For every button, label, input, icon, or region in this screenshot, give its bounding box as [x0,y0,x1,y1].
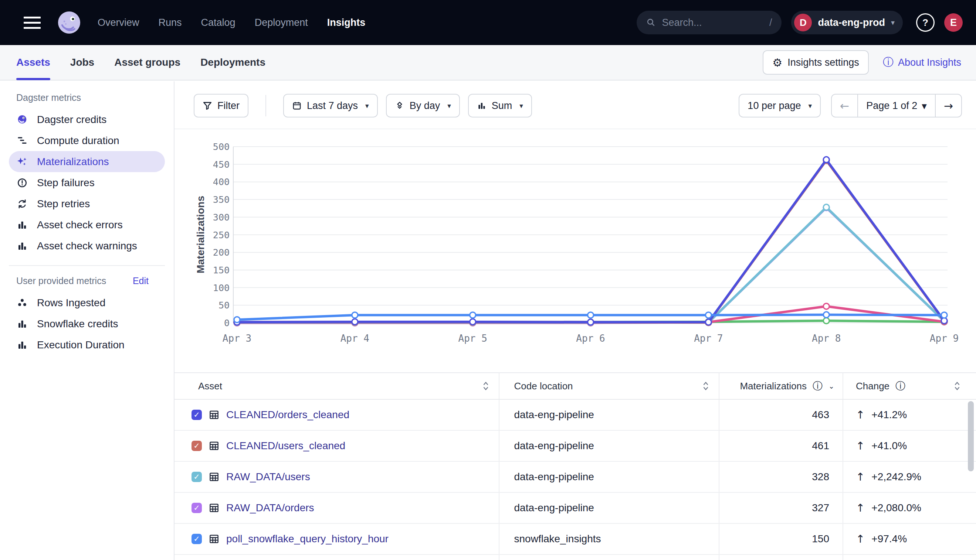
code-location-cell: data-eng-pipeline [500,555,719,560]
sidebar-item-materializations[interactable]: Materializations [9,151,165,172]
insights-settings-button[interactable]: ⚙ Insights settings [763,50,869,75]
sidebar-item-execution-duration[interactable]: Execution Duration [9,334,165,355]
controls-divider [266,95,266,117]
tab-asset-groups[interactable]: Asset groups [114,45,180,80]
asset-checkbox[interactable]: ✓ [192,410,202,420]
table-row: ✓ CLEANED/orders_cleaned data-eng-pipeli… [174,400,976,431]
table-row: ✓ RAW_DATA/orders data-eng-pipeline 327 … [174,493,976,524]
sidebar-item-snowflake-credits[interactable]: Snowflake credits [9,313,165,334]
sparkle-icon [16,156,28,168]
asset-link[interactable]: RAW_DATA/orders [226,502,314,514]
metrics-sidebar: Dagster metrics Dagster creditsCompute d… [0,81,174,560]
code-location-cell: data-eng-pipeline [500,462,719,492]
table-body: ✓ CLEANED/orders_cleaned data-eng-pipeli… [174,400,976,560]
dots-icon [16,297,28,309]
sidebar-item-label: Asset check errors [37,219,123,231]
asset-link[interactable]: RAW_DATA/users [226,471,310,483]
sidebar-item-dagster-credits[interactable]: Dagster credits [9,109,165,130]
materializations-cell: 150 [719,524,843,554]
column-header-code-location[interactable]: Code location [500,373,719,399]
materializations-cell: 461 [719,431,843,461]
asset-link[interactable]: CLEANED/users_cleaned [226,440,345,452]
asset-checkbox[interactable]: ✓ [192,503,202,513]
sidebar-item-asset-check-warnings[interactable]: Asset check warnings [9,235,165,257]
nav-insights[interactable]: Insights [327,17,366,28]
svg-text:150: 150 [213,265,230,275]
nav-deployment[interactable]: Deployment [255,17,308,28]
alert-icon [16,177,28,189]
page-select[interactable]: Page 1 of 2 ▾ [857,95,935,117]
prev-page-button[interactable]: ← [832,95,857,117]
bars-icon [16,318,28,330]
code-location-cell: data-eng-pipeline [500,400,719,430]
dagster-logo[interactable] [57,10,81,35]
sidebar-divider [9,265,165,266]
nav-overview[interactable]: Overview [98,17,139,28]
deployment-badge: D [794,14,812,32]
table-scrollbar[interactable] [968,401,974,471]
materializations-cell: 47 [719,555,843,560]
calendar-icon [292,101,302,110]
table-grid-icon [209,409,220,420]
up-arrow-icon: ↑ [856,408,865,421]
hamburger-menu-icon[interactable] [23,17,41,29]
deployment-switcher[interactable]: D data-eng-prod ▾ [791,11,903,34]
aggregation-button[interactable]: Sum ▾ [468,94,532,117]
about-insights-link[interactable]: ⓘ About Insights [883,55,961,70]
tab-jobs[interactable]: Jobs [70,45,94,80]
chevron-down-icon: ⌄ [829,382,834,390]
info-icon[interactable]: ⓘ [896,379,906,393]
sidebar-item-label: Materializations [37,156,109,168]
change-cell: ↑ +97.4% [843,524,976,554]
change-cell: ↑ +41.0% [843,431,976,461]
nav-runs[interactable]: Runs [159,17,182,28]
grouping-button[interactable]: By day ▾ [386,94,460,117]
filter-button[interactable]: Filter [194,94,249,117]
asset-checkbox[interactable]: ✓ [192,534,202,544]
bars-icon [16,339,28,351]
tab-assets[interactable]: Assets [16,45,50,80]
help-icon[interactable]: ? [916,13,934,32]
column-header-asset[interactable]: Asset [174,373,500,399]
chevron-down-icon: ▾ [520,102,523,110]
svg-text:200: 200 [213,247,230,258]
sidebar-item-label: Asset check warnings [37,240,137,252]
asset-checkbox[interactable]: ✓ [192,472,202,482]
sort-icon[interactable] [702,381,710,391]
column-header-materializations[interactable]: Materializations ⓘ ⌄ [719,373,843,399]
edit-metrics-link[interactable]: Edit [133,275,149,286]
sidebar-item-step-retries[interactable]: Step retries [9,193,165,214]
sidebar-item-label: Snowflake credits [37,318,118,330]
date-range-button[interactable]: Last 7 days ▾ [283,94,378,117]
table-row: ✓ poll_snowflake_query_history_hour snow… [174,524,976,555]
asset-checkbox[interactable]: ✓ [192,441,202,451]
table-row: ✓ RAW_DATA/users data-eng-pipeline 328 ↑… [174,462,976,493]
code-location-cell: data-eng-pipeline [500,431,719,461]
next-page-button[interactable]: → [935,95,961,117]
tab-deployments[interactable]: Deployments [201,45,266,80]
materializations-cell: 328 [719,462,843,492]
user-avatar[interactable]: E [944,13,963,32]
bars-icon [16,219,28,231]
column-header-change[interactable]: Change ⓘ [843,373,976,399]
sidebar-item-rows-ingested[interactable]: Rows Ingested [9,292,165,313]
materializations-cell: 463 [719,400,843,430]
search-input[interactable]: Search... / [637,11,782,34]
svg-text:Apr 3: Apr 3 [222,333,251,344]
search-shortcut-hint: / [769,17,772,28]
nav-catalog[interactable]: Catalog [201,17,236,28]
sort-icon[interactable] [482,381,490,391]
search-placeholder: Search... [662,17,702,28]
sidebar-item-compute-duration[interactable]: Compute duration [9,130,165,151]
sidebar-item-step-failures[interactable]: Step failures [9,172,165,193]
sidebar-item-asset-check-errors[interactable]: Asset check errors [9,214,165,235]
chevron-down-icon: ▾ [447,102,451,110]
retry-icon [16,198,28,210]
svg-text:250: 250 [213,230,230,240]
asset-link[interactable]: CLEANED/orders_cleaned [226,409,349,421]
sort-icon[interactable] [953,381,961,391]
asset-link[interactable]: poll_snowflake_query_history_hour [226,533,389,545]
per-page-button[interactable]: 10 per page ▾ [739,94,821,117]
info-icon[interactable]: ⓘ [812,379,822,393]
up-arrow-icon: ↑ [856,533,865,545]
